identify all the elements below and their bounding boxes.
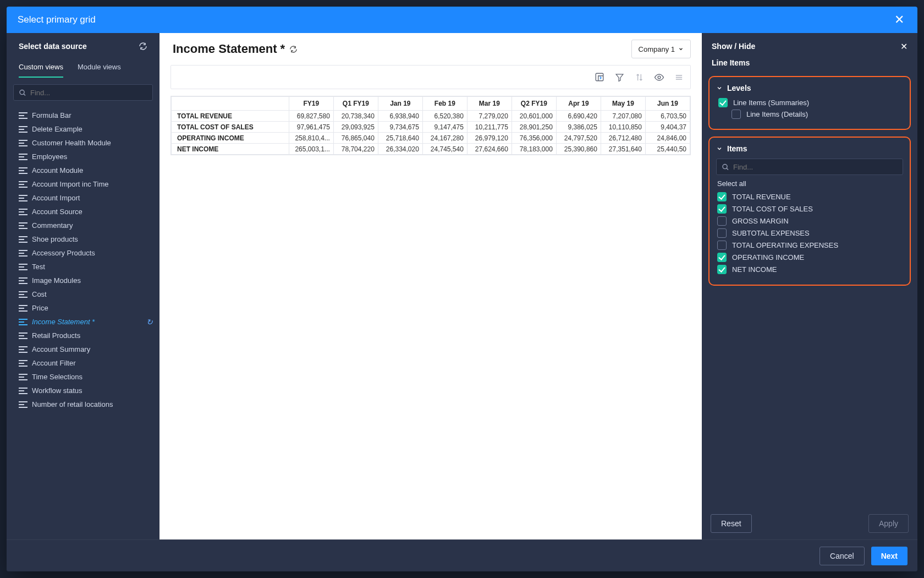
checkbox[interactable] (717, 192, 727, 201)
item-row[interactable]: GROSS MARGIN (717, 216, 903, 226)
grid-cell[interactable]: 265,003,1... (289, 144, 333, 155)
grid-cell[interactable]: 10,110,850 (601, 122, 645, 133)
grid-row[interactable]: OPERATING INCOME258,810,4...76,865,04025… (172, 133, 690, 144)
level-row[interactable]: Line Items (Summaries) (718, 98, 903, 107)
item-row[interactable]: OPERATING INCOME (717, 253, 903, 262)
data-source-item[interactable]: Customer Health Module (7, 136, 160, 150)
grid-cell[interactable]: 29,093,925 (333, 122, 378, 133)
levels-header[interactable]: Levels (716, 84, 903, 92)
grid-cell[interactable]: 20,601,000 (512, 111, 556, 122)
item-row[interactable]: TOTAL REVENUE (717, 192, 903, 201)
checkbox[interactable] (732, 110, 741, 119)
grid-cell[interactable]: 258,810,4... (289, 133, 333, 144)
grid-cell[interactable]: 6,690,420 (556, 111, 601, 122)
data-source-item[interactable]: Retail Products (7, 329, 160, 342)
grid-row[interactable]: NET INCOME265,003,1...78,704,22026,334,0… (172, 144, 690, 155)
grid-cell[interactable]: 20,738,340 (333, 111, 378, 122)
grid-cell[interactable]: 9,734,675 (378, 122, 422, 133)
grid-cell[interactable]: 24,167,280 (422, 133, 467, 144)
data-source-item[interactable]: Income Statement *↻ (7, 315, 160, 329)
checkbox[interactable] (717, 253, 727, 262)
grid-cell[interactable]: 25,390,860 (556, 144, 601, 155)
grid-col-header[interactable]: Mar 19 (467, 97, 512, 111)
grid-cell[interactable]: 26,712,480 (601, 133, 645, 144)
items-header[interactable]: Items (716, 144, 903, 153)
tab-custom-views[interactable]: Custom views (19, 63, 63, 78)
grid-cell[interactable]: 7,279,020 (467, 111, 512, 122)
item-row[interactable]: TOTAL COST OF SALES (717, 204, 903, 214)
grid-row-header[interactable]: NET INCOME (172, 144, 289, 155)
format-icon[interactable] (673, 71, 685, 83)
close-icon[interactable]: ✕ (892, 13, 906, 27)
level-row[interactable]: Line Items (Details) (732, 110, 903, 119)
grid-row[interactable]: TOTAL COST OF SALES97,961,47529,093,9259… (172, 122, 690, 133)
company-dropdown[interactable]: Company 1 (631, 40, 691, 58)
grid-cell[interactable]: 76,356,000 (512, 133, 556, 144)
grid-row-header[interactable]: TOTAL COST OF SALES (172, 122, 289, 133)
data-source-item[interactable]: Account Filter (7, 356, 160, 370)
data-source-item[interactable]: Image Modules (7, 274, 160, 287)
item-row[interactable]: SUBTOTAL EXPENSES (717, 228, 903, 238)
data-source-item[interactable]: Commentary (7, 219, 160, 232)
data-source-item[interactable]: Workflow status (7, 384, 160, 397)
pivot-icon[interactable] (593, 71, 606, 83)
data-source-item[interactable]: Test (7, 260, 160, 274)
grid-cell[interactable]: 9,386,025 (556, 122, 601, 133)
checkbox[interactable] (717, 228, 727, 238)
sync-icon[interactable] (289, 45, 298, 53)
cancel-button[interactable]: Cancel (820, 547, 865, 565)
visibility-icon[interactable] (653, 71, 665, 83)
grid-cell[interactable]: 24,846,00 (645, 133, 690, 144)
grid-cell[interactable]: 24,797,520 (556, 133, 601, 144)
grid-col-header[interactable]: Q2 FY19 (512, 97, 556, 111)
grid-cell[interactable]: 7,207,080 (601, 111, 645, 122)
data-source-search-input[interactable] (30, 89, 148, 97)
checkbox[interactable] (717, 265, 727, 274)
grid-col-header[interactable]: Q1 FY19 (333, 97, 378, 111)
grid-cell[interactable]: 25,718,640 (378, 133, 422, 144)
grid-cell[interactable]: 24,745,540 (422, 144, 467, 155)
grid-cell[interactable]: 26,979,120 (467, 133, 512, 144)
grid-cell[interactable]: 6,938,940 (378, 111, 422, 122)
item-row[interactable]: NET INCOME (717, 265, 903, 274)
grid-cell[interactable]: 9,147,475 (422, 122, 467, 133)
grid-row-header[interactable]: OPERATING INCOME (172, 133, 289, 144)
data-source-item[interactable]: Number of retail locations (7, 397, 160, 411)
grid-cell[interactable]: 25,440,50 (645, 144, 690, 155)
data-source-item[interactable]: Shoe products (7, 232, 160, 246)
grid-cell[interactable]: 76,865,040 (333, 133, 378, 144)
data-source-item[interactable]: Account Summary (7, 342, 160, 356)
close-panel-icon[interactable]: ✕ (900, 41, 908, 52)
data-source-item[interactable]: Accessory Products (7, 246, 160, 260)
apply-button[interactable]: Apply (868, 514, 909, 533)
data-source-item[interactable]: Account Import inc Time (7, 177, 160, 191)
grid-cell[interactable]: 9,404,37 (645, 122, 690, 133)
grid-col-header[interactable]: Jan 19 (378, 97, 422, 111)
tab-module-views[interactable]: Module views (78, 63, 121, 78)
grid-cell[interactable]: 27,351,640 (601, 144, 645, 155)
checkbox[interactable] (717, 216, 727, 226)
data-source-item[interactable]: Account Import (7, 191, 160, 205)
grid-row[interactable]: TOTAL REVENUE69,827,58020,738,3406,938,9… (172, 111, 690, 122)
checkbox[interactable] (717, 204, 727, 214)
grid-col-header[interactable]: May 19 (601, 97, 645, 111)
data-source-item[interactable]: Time Selections (7, 370, 160, 384)
grid-cell[interactable]: 27,624,660 (467, 144, 512, 155)
grid-col-header[interactable]: Jun 19 (645, 97, 690, 111)
history-icon[interactable]: ↻ (146, 318, 153, 326)
reset-button[interactable]: Reset (711, 514, 752, 533)
grid-cell[interactable]: 78,183,000 (512, 144, 556, 155)
grid-cell[interactable]: 28,901,250 (512, 122, 556, 133)
data-source-item[interactable]: Price (7, 301, 160, 315)
grid-cell[interactable]: 10,211,775 (467, 122, 512, 133)
data-source-item[interactable]: Account Module (7, 163, 160, 177)
refresh-icon[interactable] (139, 42, 147, 51)
data-source-item[interactable]: Formula Bar (7, 108, 160, 122)
filter-icon[interactable] (613, 71, 625, 83)
data-source-item[interactable]: Account Source (7, 205, 160, 219)
next-button[interactable]: Next (871, 547, 908, 565)
item-row[interactable]: TOTAL OPERATING EXPENSES (717, 241, 903, 250)
grid-col-header[interactable]: FY19 (289, 97, 333, 111)
grid-cell[interactable]: 78,704,220 (333, 144, 378, 155)
grid-cell[interactable]: 6,703,50 (645, 111, 690, 122)
